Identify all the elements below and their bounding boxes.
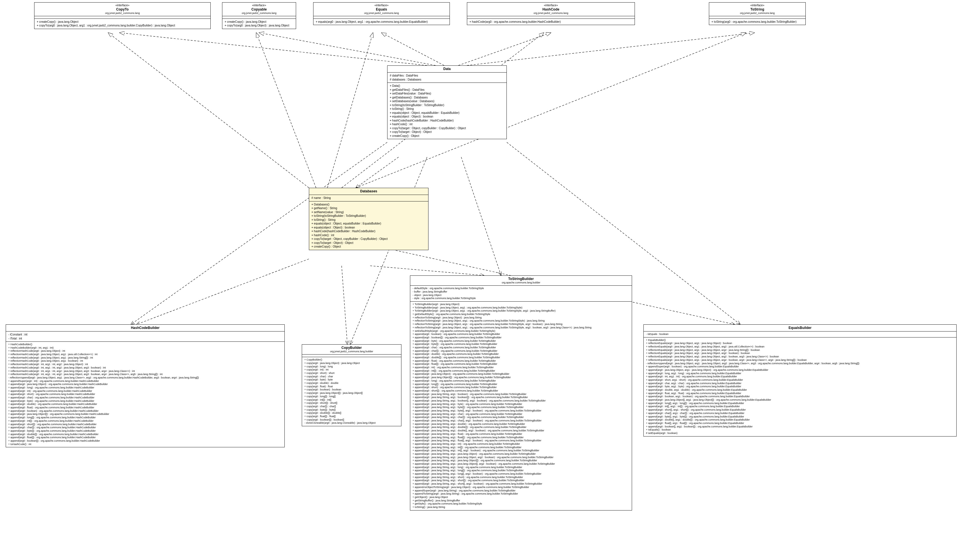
uml-row: + append(arg0 : byte[], arg1 : byte[]) :… [646, 415, 954, 418]
uml-row: + append(arg0 : float[]) : org.apache.co… [8, 436, 282, 439]
uml-row: + ToStringBuilder(arg0 : java.lang.Objec… [413, 306, 629, 310]
uml-row: - defaultStyle : org.apache.commons.lang… [413, 287, 629, 290]
uml-row: + copyTo(arg0 : java.lang.Object, arg1 :… [37, 24, 208, 27]
uml-row: + append(arg0 : java.lang.Object[]) : or… [413, 376, 629, 379]
uml-row: + getDataFiles() : DataFiles [390, 88, 504, 92]
uml-row: + append(arg0 : java.lang.Object[]) : or… [8, 413, 282, 416]
uml-row: + append(arg0 : java.lang.String, arg1 :… [413, 419, 629, 423]
uml-row: + append(arg0 : java.lang.String, arg1 :… [413, 426, 629, 429]
uml-row: + append(arg0 : long[]) : org.apache.com… [413, 383, 629, 386]
uml-row: + hashCode() : int [312, 233, 426, 237]
uml-row: + append(arg0 : long) : org.apache.commo… [8, 386, 282, 389]
uml-row: + append(arg0 : java.lang.String, arg1 :… [413, 469, 629, 472]
uml-row: + append(arg0 : java.lang.String, arg1 :… [413, 449, 629, 452]
uml-row: + copy(arg0 : float[]) : float[] [304, 415, 399, 418]
uml-row: + hashCode(arg0 : org.apache.commons.lan… [470, 20, 632, 24]
uml-row: + append(arg0 : long) : org.apache.commo… [413, 379, 629, 383]
uml-row: + setDefaultStyle(arg0 : org.apache.comm… [413, 330, 629, 333]
uml-row: + append(arg0 : int[]) : org.apache.comm… [8, 420, 282, 423]
uml-row: + append(arg0 : boolean[]) : org.apache.… [413, 336, 629, 340]
uml-row: + append(arg0 : float, arg1 : float) : o… [646, 392, 954, 395]
uml-row: + reflectionEquals(arg0 : java.lang.Obje… [646, 359, 954, 362]
uml-row: + createCopy() : java.lang.Object [37, 20, 208, 24]
uml-row: # databases : Databases [390, 78, 504, 82]
uml-row: + reflectionEquals(arg0 : java.lang.Obje… [646, 349, 954, 352]
uml-row: + CopyBuilder() [304, 358, 399, 362]
uml-row: + copy(arg0 : int[]) : int[] [304, 398, 399, 402]
uml-row: # setEquals(arg0 : boolean) [646, 432, 954, 435]
uml-row: + copy(arg0 : char[]) : char[] [304, 405, 399, 408]
uml-row: # name : String [312, 196, 426, 200]
uml-row: + append(arg0 : int) : org.apache.common… [8, 389, 282, 393]
class-name: CopyTo [37, 7, 208, 12]
uml-row: + append(arg0 : java.lang.Object) : org.… [413, 372, 629, 376]
class-copybuilder: CopyBuilder org.jvnet.jaxb2_commons.lang… [302, 344, 402, 426]
class-tostringbuilder: ToStringBuilder org.apache.commons.lang.… [410, 275, 632, 510]
uml-row: + HashCodeBuilder(arg0 : int, arg1 : int… [8, 346, 282, 350]
uml-row: + toString() : String [312, 218, 426, 222]
uml-row: + setDataFiles(value : DataFiles) [390, 92, 504, 96]
uml-row: + equals(object : Object) : boolean [390, 115, 504, 119]
uml-row: + createCopy() : java.lang.Object [224, 20, 294, 24]
uml-row: + reflectionHashCode(arg0 : int, arg1 : … [8, 373, 282, 376]
uml-row: + append(arg0 : java.lang.String, arg1 :… [413, 479, 629, 482]
uml-row: + append(arg0 : boolean) : org.apache.co… [413, 333, 629, 336]
uml-row: + append(arg0 : char) : org.apache.commo… [8, 396, 282, 399]
uml-row: + copy(arg0 : java.lang.Object[]) : java… [304, 391, 399, 395]
uml-row: + equals(object : Object, equalsBuilder … [390, 111, 504, 115]
methods: + createCopy() : java.lang.Object+ copyT… [34, 19, 210, 29]
uml-row: + append(arg0 : java.lang.String, arg1 :… [413, 443, 629, 446]
uml-row: + append(arg0 : boolean[], arg1 : boolea… [646, 425, 954, 428]
uml-row: + getDatabases() : Databases [390, 96, 504, 100]
uml-row: + copyTo(target : Object, copyBuilder : … [312, 237, 426, 241]
uml-row: + append(arg0 : char, arg1 : char) : org… [646, 382, 954, 385]
uml-row: + hashCode() : int [390, 122, 504, 126]
uml-row: + reflectionHashCode(arg0 : int, arg1 : … [8, 363, 282, 366]
uml-row: + copy(arg0 : short) : short [304, 372, 399, 375]
uml-row: + copy(arg0 : double) : double [304, 381, 399, 385]
uml-row: + append(arg0 : java.lang.String, arg1 :… [413, 452, 629, 456]
interface-equals: «interface» Equals org.jvnet.jaxb2_commo… [313, 2, 450, 25]
uml-row: + copy(arg0 : byte[]) : byte[] [304, 408, 399, 412]
uml-row: - style : org.apache.commons.lang.builde… [413, 297, 629, 300]
uml-row: + append(arg0 : java.lang.String, arg1 :… [413, 406, 629, 409]
uml-row: + append(arg0 : java.lang.String, arg1 :… [413, 476, 629, 479]
uml-row: + append(arg0 : double[]) : org.apache.c… [413, 356, 629, 359]
uml-row: + append(arg0 : byte, arg1 : byte) : org… [646, 385, 954, 388]
uml-row: + append(arg0 : short) : org.apache.comm… [413, 386, 629, 389]
uml-row: + copyTo(target : Object) : Object [390, 130, 504, 134]
package: org.jvnet.jaxb2_commons.lang [37, 12, 208, 15]
uml-row: + getDefaultStyle() : org.apache.commons… [413, 313, 629, 316]
uml-diagram-canvas: { "diagram": { "title": "UML Class Diagr… [0, 0, 962, 560]
uml-row: + reflectionHashCode(arg0 : java.lang.Ob… [8, 353, 282, 356]
uml-row: + copy(arg0 : java.lang.Object) : java.l… [304, 362, 399, 365]
class-data: Data # dataFiles : DataFiles# databases … [387, 66, 507, 139]
uml-row: + append(arg0 : short) : org.apache.comm… [8, 393, 282, 396]
uml-row: + toString(arg0 : org.apache.commons.lan… [712, 20, 803, 24]
uml-row: + append(arg0 : char) : org.apache.commo… [413, 346, 629, 349]
uml-row: + append(arg0 : byte) : org.apache.commo… [8, 399, 282, 403]
uml-row: + append(arg0 : float[], arg1 : float[])… [646, 422, 954, 425]
uml-row: + copy(arg0 : int) : int [304, 368, 399, 372]
uml-row: + reflectionToString(arg0 : java.lang.Ob… [413, 316, 629, 320]
uml-row: + append(arg0 : java.lang.String, arg1 :… [413, 423, 629, 426]
uml-row: + append(arg0 : java.lang.String, arg1 :… [413, 436, 629, 439]
uml-row: + append(arg0 : java.lang.String, arg1 :… [413, 413, 629, 416]
uml-row: + append(arg0 : java.lang.String, arg1 :… [413, 409, 629, 413]
uml-row: + reflectionEquals(arg0 : java.lang.Obje… [646, 342, 954, 345]
uml-row: + append(arg0 : java.lang.String, arg1 :… [413, 459, 629, 462]
uml-row: - object : java.lang.Object [413, 294, 629, 297]
uml-row: + equals(object : Object, equalsBuilder … [312, 222, 426, 226]
uml-row: + append(arg0 : short[]) : org.apache.co… [8, 423, 282, 426]
interface-tostring: «interface» ToString org.jvnet.jaxb2_com… [709, 2, 806, 25]
uml-row: + copy(arg0 : double[]) : double[] [304, 412, 399, 415]
uml-row: + hashCode(hashCodeBuilder : HashCodeBui… [390, 119, 504, 122]
uml-row: + append(arg0 : java.lang.String, arg1 :… [413, 402, 629, 406]
uml-row: + append(arg0 : java.lang.String, arg1 :… [413, 482, 629, 486]
uml-row: + ToStringBuilder(arg0 : java.lang.Objec… [413, 309, 629, 313]
class-equalsbuilder: EqualsBuilder - isEquals : boolean + Equ… [643, 324, 957, 436]
uml-row: + append(arg0 : int) : org.apache.common… [413, 366, 629, 369]
uml-row: + reflectionToString(arg0 : java.lang.Ob… [413, 319, 629, 323]
uml-row: # dataFiles : DataFiles [390, 74, 504, 78]
uml-row: + append(arg0 : double, arg1 : double) :… [646, 388, 954, 392]
